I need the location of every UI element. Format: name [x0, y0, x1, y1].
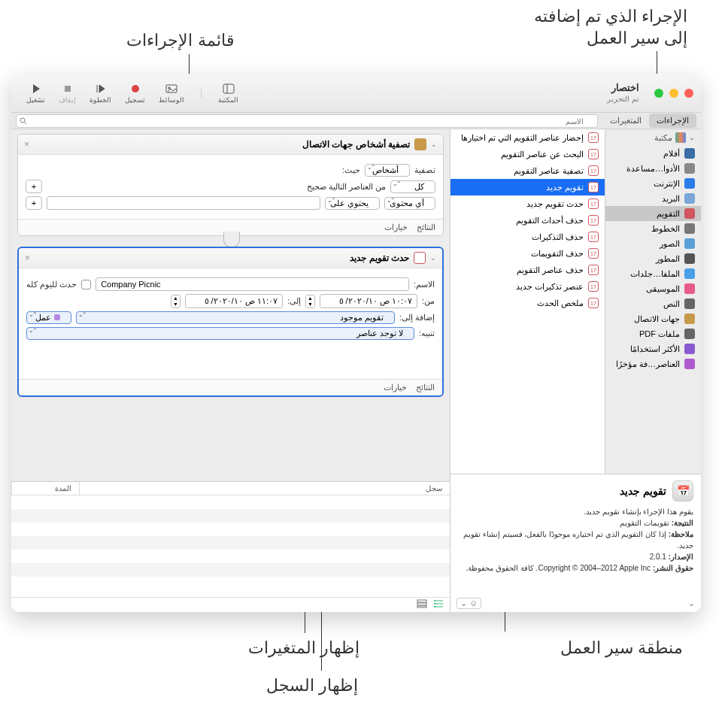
library-item[interactable]: التقويم: [605, 206, 701, 221]
filter-value-input[interactable]: [47, 196, 320, 210]
chevron-down-icon[interactable]: ⌄: [431, 141, 437, 148]
results-button[interactable]: النتائج: [416, 383, 435, 392]
category-icon: [684, 314, 695, 324]
library-item-label: الصور: [660, 239, 680, 249]
search-input[interactable]: [16, 114, 598, 128]
from-stepper[interactable]: ▲▼: [305, 295, 315, 308]
search-field[interactable]: [16, 114, 598, 129]
action-item[interactable]: 17حذف أحداث التقويم: [450, 212, 605, 229]
play-icon: [29, 83, 43, 95]
calendar-icon: 17: [588, 232, 599, 242]
library-item[interactable]: جهات الاتصال: [605, 311, 701, 326]
library-item[interactable]: أفلام: [605, 146, 701, 161]
duration-col-header[interactable]: المدة: [11, 482, 79, 495]
alert-select[interactable]: لا توجد عناصر: [26, 327, 414, 340]
library-item[interactable]: الخطوط: [605, 221, 701, 236]
filter-label: تصفية: [414, 165, 435, 175]
action-item[interactable]: 17عنصر تذكيرات جديد: [450, 278, 605, 295]
calendar-icon: 17: [588, 298, 599, 308]
options-button[interactable]: خيارات: [384, 383, 407, 392]
svg-rect-13: [417, 603, 426, 605]
tab-variables[interactable]: المتغيرات: [602, 114, 649, 128]
library-item[interactable]: الأكثر استخدامًا: [605, 341, 701, 356]
calendar-icon: 17: [588, 281, 599, 292]
allday-checkbox[interactable]: [81, 280, 91, 289]
library-header[interactable]: ⌄ مكتبة: [605, 129, 701, 146]
close-icon[interactable]: ×: [24, 139, 29, 150]
library-item[interactable]: النص: [605, 296, 701, 311]
library-toggle-button[interactable]: المكتبة: [218, 83, 238, 104]
add-condition-button[interactable]: +: [26, 180, 42, 193]
from-label: من:: [422, 296, 435, 306]
library-item[interactable]: الصور: [605, 236, 701, 251]
action-item[interactable]: 17حدث تقويم جديد: [450, 195, 605, 212]
action-item[interactable]: 17حذف عناصر التقويم: [450, 262, 605, 278]
annotation-show-vars: إظهار المتغيرات: [248, 638, 359, 659]
close-icon[interactable]: ×: [25, 253, 30, 263]
record-button[interactable]: تسجيل: [125, 83, 145, 104]
sidebar-tabs-row: الإجراءات المتغيرات: [11, 113, 701, 129]
library-item-label: النص: [663, 299, 680, 309]
to-stepper[interactable]: ▲▼: [171, 295, 180, 308]
calendar-icon: 17: [588, 198, 599, 209]
options-button[interactable]: خيارات: [384, 223, 408, 232]
action-item[interactable]: 17تقويم جديد: [450, 179, 605, 195]
action-item[interactable]: 17تصفية عناصر التقويم: [450, 162, 605, 179]
action-item-label: البحث عن عناصر التقويم: [501, 150, 584, 159]
library-item-label: الأكثر استخدامًا: [630, 344, 680, 354]
library-item[interactable]: البريد: [605, 191, 701, 206]
add-row-button[interactable]: +: [26, 196, 42, 210]
all-select[interactable]: كل: [390, 180, 435, 193]
workflow-canvas[interactable]: ⌄ تصفية أشخاص جهات الاتصال × تصفية أشخاص…: [11, 129, 450, 481]
run-button[interactable]: تشغيل: [26, 83, 45, 104]
step-button[interactable]: الخطوة: [89, 83, 111, 104]
minimize-window-button[interactable]: [669, 89, 678, 98]
library-item[interactable]: الموسيقى: [605, 281, 701, 296]
stop-icon: [61, 83, 74, 95]
log-col-header[interactable]: سجل: [79, 482, 450, 495]
library-item-label: الإنترنت: [654, 179, 680, 189]
show-variables-button[interactable]: [417, 599, 427, 611]
from-date-input[interactable]: ١٠:٠٧ ص ٢٠٢٠/١٠/ ٥: [320, 294, 417, 308]
contains-select[interactable]: يحتوي على: [325, 197, 380, 210]
action-item[interactable]: 17حذف التقويمات: [450, 245, 605, 262]
library-item[interactable]: الإنترنت: [605, 176, 701, 191]
media-button[interactable]: الوسائط: [159, 83, 184, 104]
library-item-label: المطور: [656, 254, 680, 264]
show-log-button[interactable]: [433, 599, 444, 611]
workflow-connector: [223, 236, 238, 247]
zoom-window-button[interactable]: [654, 89, 663, 98]
tab-actions[interactable]: الإجراءات: [649, 114, 696, 128]
content-select[interactable]: أي محتوى: [384, 197, 435, 210]
name-label: الاسم:: [414, 280, 435, 289]
info-menu-button[interactable]: ⌄: [688, 598, 695, 608]
library-item-label: الموسيقى: [646, 284, 680, 294]
sidebar-icon: [222, 83, 235, 95]
calendar-icon: 17: [588, 165, 599, 176]
action-item[interactable]: 17البحث عن عناصر التقويم: [450, 146, 605, 162]
addto-label: إضافة إلى:: [399, 313, 435, 323]
addto-select[interactable]: تقويم موجود: [76, 311, 395, 324]
action-card-new-event[interactable]: ⌄ حدث تقويم جديد × الاسم: Company Picnic…: [17, 247, 444, 397]
info-gear-button[interactable]: ☺ ⌄: [457, 598, 481, 609]
event-name-input[interactable]: Company Picnic: [96, 277, 409, 291]
to-date-input[interactable]: ١١:٠٧ ص ٢٠٢٠/١٠/ ٥: [185, 294, 283, 308]
filter-select[interactable]: أشخاص: [365, 164, 410, 177]
library-item-label: أفلام: [663, 149, 680, 159]
library-item[interactable]: الأدوا…مساعدة: [605, 161, 701, 176]
action-item[interactable]: 17ملخص الحدث: [450, 295, 605, 311]
action-item[interactable]: 17إحضار عناصر التقويم التي تم اختيارها: [450, 129, 605, 146]
action-card-filter-contacts[interactable]: ⌄ تصفية أشخاص جهات الاتصال × تصفية أشخاص…: [17, 134, 444, 236]
library-item[interactable]: ملفات PDF: [605, 326, 701, 341]
titlebar: اختصار تم التحرير المكتبة الوسائط تسجيل: [11, 74, 701, 113]
library-item[interactable]: العناصر…فة مؤخرًا: [605, 356, 701, 371]
action-item[interactable]: 17حذف التذكيرات: [450, 229, 605, 245]
close-window-button[interactable]: [684, 89, 693, 98]
library-item[interactable]: الملفا…جلدات: [605, 266, 701, 281]
chevron-down-icon[interactable]: ⌄: [430, 254, 436, 262]
category-icon: [684, 283, 695, 294]
library-item[interactable]: المطور: [605, 251, 701, 266]
stop-button[interactable]: إيقاف: [59, 83, 76, 104]
results-button[interactable]: النتائج: [417, 223, 435, 232]
calendar-select[interactable]: عمل: [26, 311, 71, 324]
